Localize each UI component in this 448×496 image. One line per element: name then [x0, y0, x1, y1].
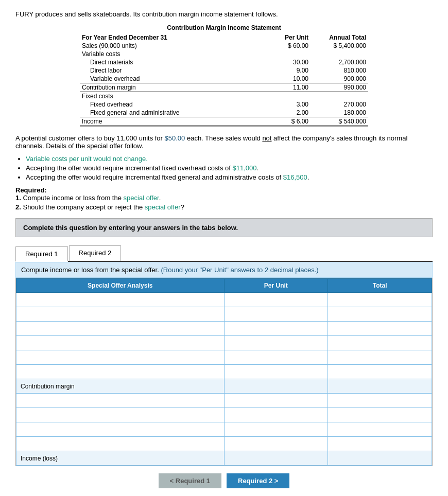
analysis-row-total-7[interactable] — [328, 394, 432, 408]
fixed-gen-admin-label: Fixed general and administrative — [80, 109, 253, 117]
analysis-row-label-10 — [16, 437, 225, 451]
analysis-row-label-9 — [16, 422, 225, 437]
analysis-row-total-5[interactable] — [328, 365, 432, 379]
sales-annual-total: $ 5,400,000 — [311, 42, 368, 50]
analysis-row-total-2[interactable] — [328, 322, 432, 336]
analysis-row-unit-7[interactable] — [224, 394, 328, 408]
analysis-row-unit-1[interactable] — [224, 307, 328, 322]
intro-text: FURY produces and sells skateboards. Its… — [15, 10, 433, 18]
analysis-row-unit-3[interactable] — [224, 336, 328, 350]
complete-box: Complete this question by entering your … — [15, 218, 433, 237]
variable-overhead-unit: 10.00 — [253, 75, 311, 83]
prev-button[interactable]: < Required 1 — [159, 473, 221, 488]
analysis-row-unit-10[interactable] — [224, 437, 328, 451]
income-total: $ 540,000 — [311, 117, 368, 127]
variable-costs-label: Variable costs — [80, 50, 253, 58]
analysis-row-label-11: Income (loss) — [16, 451, 225, 466]
variable-costs-unit — [253, 50, 311, 58]
analysis-row-label-3 — [16, 336, 225, 350]
analysis-row-label-6: Contribution margin — [16, 379, 225, 394]
analysis-row-label-7 — [16, 394, 225, 408]
tab-instruction: Compute income or loss from the special … — [15, 262, 433, 278]
analysis-row-label-0 — [16, 293, 225, 307]
analysis-row-unit-8[interactable] — [224, 408, 328, 422]
contribution-margin-unit: 11.00 — [253, 83, 311, 92]
analysis-row-total-8[interactable] — [328, 408, 432, 422]
bullet-list: Variable costs per unit would not change… — [26, 155, 433, 181]
analysis-row-unit-6[interactable] — [224, 379, 328, 394]
analysis-row-unit-11[interactable] — [224, 451, 328, 466]
analysis-row-total-6[interactable] — [328, 379, 432, 394]
fixed-overhead-unit: 3.00 — [253, 100, 311, 109]
col-label-header: For Year Ended December 31 — [80, 33, 253, 42]
analysis-row-total-1[interactable] — [328, 307, 432, 322]
analysis-row-label-4 — [16, 350, 225, 365]
col-header-per-unit: Per Unit — [224, 279, 328, 293]
analysis-row-label-1 — [16, 307, 225, 322]
analysis-row-total-11[interactable] — [328, 451, 432, 466]
tab-required-2[interactable]: Required 2 — [69, 245, 122, 261]
table-title: Contribution Margin Income Statement — [80, 24, 368, 31]
fixed-overhead-total: 270,000 — [311, 100, 368, 109]
fixed-costs-label: Fixed costs — [80, 92, 253, 101]
tabs-container: Required 1 Required 2 — [15, 245, 433, 262]
required-label: Required: — [15, 186, 433, 194]
analysis-row-label-5 — [16, 365, 225, 379]
required-section: Required: 1. Compute income or loss from… — [15, 186, 433, 211]
variable-overhead-label: Variable overhead — [80, 75, 253, 83]
analysis-row-total-4[interactable] — [328, 350, 432, 365]
required-item-1: 1. Compute income or loss from the speci… — [15, 194, 433, 202]
contribution-margin-table: Contribution Margin Income Statement For… — [80, 24, 368, 127]
col-unit-header: Per Unit — [253, 33, 311, 42]
next-button[interactable]: Required 2 > — [227, 473, 289, 488]
direct-labor-label: Direct labor — [80, 66, 253, 75]
direct-materials-unit: 30.00 — [253, 58, 311, 66]
nav-buttons: < Required 1 Required 2 > — [15, 473, 433, 488]
direct-materials-label: Direct materials — [80, 58, 253, 66]
analysis-row-total-3[interactable] — [328, 336, 432, 350]
fixed-gen-admin-unit: 2.00 — [253, 109, 311, 117]
sales-label: Sales (90,000 units) — [80, 42, 253, 50]
analysis-row-unit-4[interactable] — [224, 350, 328, 365]
fixed-overhead-label: Fixed overhead — [80, 100, 253, 109]
analysis-row-label-2 — [16, 322, 225, 336]
analysis-table-wrapper: Special Offer Analysis Per Unit Total Co… — [15, 278, 433, 466]
col-header-total: Total — [328, 279, 432, 293]
scenario-text: A potential customer offers to buy 11,00… — [15, 134, 433, 150]
variable-costs-total — [311, 50, 368, 58]
bullet-1: Variable costs per unit would not change… — [26, 155, 433, 163]
analysis-row-total-9[interactable] — [328, 422, 432, 437]
direct-labor-total: 810,000 — [311, 66, 368, 75]
contribution-margin-label: Contribution margin — [80, 83, 253, 92]
bullet-2: Accepting the offer would require increm… — [26, 164, 433, 172]
contribution-margin-total: 990,000 — [311, 83, 368, 92]
analysis-row-unit-5[interactable] — [224, 365, 328, 379]
sales-per-unit: $ 60.00 — [253, 42, 311, 50]
analysis-table: Special Offer Analysis Per Unit Total Co… — [16, 278, 432, 466]
fixed-gen-admin-total: 180,000 — [311, 109, 368, 117]
income-unit: $ 6.00 — [253, 117, 311, 127]
income-label: Income — [80, 117, 253, 127]
analysis-row-total-0[interactable] — [328, 293, 432, 307]
analysis-row-total-10[interactable] — [328, 437, 432, 451]
bullet-3: Accepting the offer would require increm… — [26, 173, 433, 181]
required-item-2: 2. Should the company accept or reject t… — [15, 203, 433, 211]
analysis-row-unit-2[interactable] — [224, 322, 328, 336]
analysis-row-unit-9[interactable] — [224, 422, 328, 437]
analysis-row-unit-0[interactable] — [224, 293, 328, 307]
variable-overhead-total: 900,000 — [311, 75, 368, 83]
tab-required-1[interactable]: Required 1 — [15, 246, 68, 262]
analysis-row-label-8 — [16, 408, 225, 422]
col-header-analysis: Special Offer Analysis — [16, 279, 225, 293]
direct-materials-total: 2,700,000 — [311, 58, 368, 66]
direct-labor-unit: 9.00 — [253, 66, 311, 75]
col-total-header: Annual Total — [311, 33, 368, 42]
